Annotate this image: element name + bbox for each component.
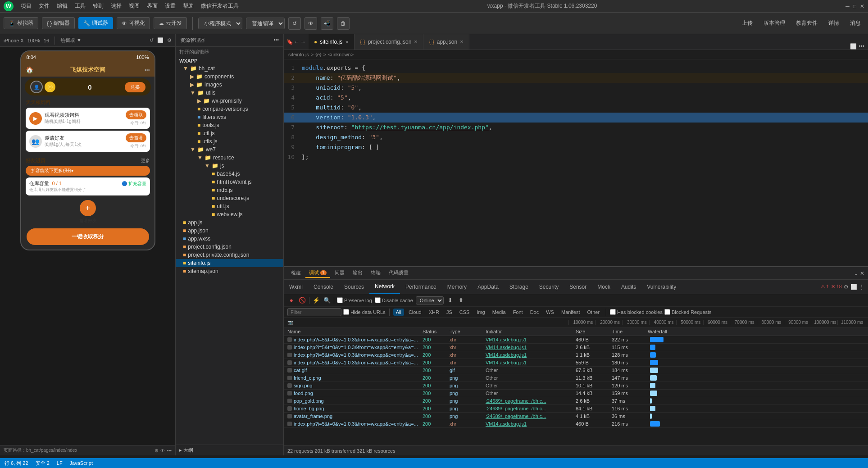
eye-icon[interactable]: 👁 bbox=[160, 448, 165, 453]
network-row-friend[interactable]: friend_c.png 200png Other 11.3 kB147 ms bbox=[284, 374, 868, 382]
forward-icon[interactable]: → bbox=[300, 39, 306, 45]
devtools-tab-storage[interactable]: Storage bbox=[504, 280, 534, 294]
screenshot-btn[interactable]: 热截取 ▼ bbox=[60, 37, 82, 44]
network-row[interactable]: index.php?i=5&t=0&v=1.0.3&from=wxapp&c=e… bbox=[284, 344, 868, 351]
filter-css-btn[interactable]: CSS bbox=[457, 309, 473, 316]
devtools-tab-sources[interactable]: Sources bbox=[339, 280, 369, 294]
back-icon[interactable]: ← bbox=[294, 39, 300, 45]
menu-item-tool[interactable]: 工具 bbox=[75, 2, 86, 10]
preview-btn[interactable]: 👁 bbox=[304, 17, 317, 30]
cloud-btn[interactable]: ☁ 云开发 bbox=[154, 17, 187, 29]
blocked-requests-input[interactable] bbox=[664, 309, 670, 315]
filter-img-btn[interactable]: Img bbox=[474, 309, 487, 316]
menu-item-edit[interactable]: 编辑 bbox=[57, 2, 68, 10]
tree-item-siteinfo[interactable]: ■ siteinfo.js bbox=[176, 259, 283, 267]
devtools-tab-performance[interactable]: Performance bbox=[400, 280, 442, 294]
tab-siteinfo[interactable]: ● siteinfo.js ✕ bbox=[309, 34, 354, 50]
tree-item-js-folder[interactable]: ▼ 📁 js bbox=[176, 162, 283, 170]
upload-btn[interactable]: 上传 bbox=[738, 18, 756, 29]
network-row[interactable]: index.php?i=5&t=0&v=1.0.3&from=wxapp&c=e… bbox=[284, 359, 868, 367]
split-editor-icon[interactable]: ⬜ bbox=[850, 43, 857, 50]
preserve-log-checkbox[interactable]: Preserve log bbox=[337, 297, 372, 303]
devtools-dock-icon[interactable]: ⬜ bbox=[850, 284, 857, 290]
filter-cloud-btn[interactable]: Cloud bbox=[406, 309, 424, 316]
devtools-tab-mock[interactable]: Mock bbox=[592, 280, 616, 294]
network-row-last[interactable]: index.php?i=5&t=0&v=1.0.3&from=wxapp&c=e… bbox=[284, 420, 868, 428]
filter-doc-btn[interactable]: Doc bbox=[527, 309, 542, 316]
filter-manifest-btn[interactable]: Manifest bbox=[559, 309, 583, 316]
mode-select[interactable]: 小程序模式 bbox=[198, 18, 242, 29]
blocked-requests-checkbox[interactable]: Blocked Requests bbox=[664, 309, 712, 315]
devtools-tab-appdata[interactable]: AppData bbox=[472, 280, 504, 294]
tree-item-wx-promisify[interactable]: ▶ 📁 wx-promisify bbox=[176, 97, 283, 105]
phone-expand-btn[interactable]: 扩容能装下更多积分▸ bbox=[26, 166, 150, 176]
devtools-mini-tab-issues[interactable]: 问题 bbox=[331, 268, 348, 278]
tree-item-underscore[interactable]: ■ underscore.js bbox=[176, 194, 283, 202]
tree-item-filters[interactable]: ■ filters.wxs bbox=[176, 113, 283, 121]
tree-item-htmltowxml[interactable]: ■ htmlToWxml.js bbox=[176, 178, 283, 186]
filter-other-btn[interactable]: Other bbox=[585, 309, 603, 316]
filter-media-btn[interactable]: Media bbox=[490, 309, 509, 316]
clear-cache-btn[interactable]: 🗑 bbox=[337, 17, 350, 30]
network-row-homebg[interactable]: home_bg.png 200png :24689/_pageframe_/bh… bbox=[284, 405, 868, 413]
settings-icon[interactable]: ⚙ bbox=[155, 448, 159, 453]
devtools-tab-wxml[interactable]: Wxml bbox=[284, 280, 308, 294]
disable-cache-checkbox[interactable]: Disable cache bbox=[375, 297, 413, 303]
devtools-mini-tab-build[interactable]: 检建 bbox=[287, 268, 304, 278]
message-btn[interactable]: 消息 bbox=[846, 18, 864, 29]
phone-video-btn[interactable]: 去领取 bbox=[126, 110, 146, 119]
devtools-tab-network[interactable]: Network bbox=[369, 280, 400, 294]
edu-btn[interactable]: 教育套件 bbox=[792, 18, 821, 29]
phone-collect-btn[interactable]: 一键收取积分 bbox=[27, 228, 149, 245]
hide-data-urls-input[interactable] bbox=[343, 309, 349, 315]
devtools-mini-tab-quality[interactable]: 代码质量 bbox=[385, 268, 412, 278]
editor-btn[interactable]: { } 编辑器 bbox=[42, 17, 75, 29]
dots-icon[interactable]: ••• bbox=[167, 448, 172, 453]
menu-item-view[interactable]: 视图 bbox=[129, 2, 140, 10]
tree-item-resource[interactable]: ▼ 📁 resource bbox=[176, 154, 283, 162]
tree-item-images[interactable]: ▶ 📁 images bbox=[176, 81, 283, 89]
network-row-cat[interactable]: cat.gif 200gif Other 67.6 kB184 ms bbox=[284, 367, 868, 374]
tab-close-btn[interactable]: ✕ bbox=[345, 40, 349, 45]
devtools-more-icon[interactable]: ⋮ bbox=[859, 284, 864, 290]
online-select[interactable]: Online bbox=[416, 296, 444, 304]
tree-item-bh-cat[interactable]: ▼ 📁 bh_cat bbox=[176, 64, 283, 73]
tree-item-md5[interactable]: ■ md5.js bbox=[176, 186, 283, 194]
network-row-avatar[interactable]: avatar_frame.png 200png :24689/_pagefram… bbox=[284, 413, 868, 420]
import-btn[interactable]: ⬇ bbox=[446, 296, 454, 304]
tree-item-webview[interactable]: ■ webview.js bbox=[176, 210, 283, 218]
tab-close-btn2[interactable]: ✕ bbox=[460, 39, 464, 44]
devtools-tab-security[interactable]: Security bbox=[534, 280, 564, 294]
detail-btn[interactable]: 详情 bbox=[825, 18, 843, 29]
menu-item-wechat[interactable]: 微信开发者工具 bbox=[201, 2, 239, 10]
window-close[interactable]: ✕ bbox=[860, 3, 864, 9]
tree-item-base64[interactable]: ■ base64.js bbox=[176, 170, 283, 178]
devtools-mini-tab-output[interactable]: 输出 bbox=[349, 268, 366, 278]
tree-item-appjs[interactable]: ■ app.js bbox=[176, 218, 283, 227]
phone-expand-link[interactable]: 🔵 扩充容量 bbox=[122, 181, 146, 187]
phone-invite-btn[interactable]: 去邀请 bbox=[126, 133, 146, 142]
hide-data-urls-checkbox[interactable]: Hide data URLs bbox=[343, 309, 386, 315]
devtools-tab-console[interactable]: Console bbox=[308, 280, 339, 294]
screenshot-toggle[interactable]: 📷 bbox=[287, 320, 293, 325]
device-toggle-btn[interactable]: ⬜ bbox=[157, 37, 164, 43]
export-btn[interactable]: ⬆ bbox=[457, 296, 465, 304]
tree-item-components[interactable]: ▶ 📁 components bbox=[176, 73, 283, 81]
menu-item-select[interactable]: 选择 bbox=[111, 2, 122, 10]
devtools-collapse-btn[interactable]: ⌄ bbox=[854, 270, 858, 277]
tree-item-util-js[interactable]: ■ util.js bbox=[176, 202, 283, 210]
phone-add-friend-icon[interactable]: + bbox=[80, 200, 96, 216]
network-row-food[interactable]: food.png 200png Other 14.4 kB159 ms bbox=[284, 390, 868, 397]
tab-close-btn[interactable]: ✕ bbox=[414, 39, 418, 44]
search-icon-btn[interactable]: 🔍 bbox=[323, 296, 331, 304]
phone-exchange-btn[interactable]: 兑换 bbox=[125, 82, 145, 92]
network-row[interactable]: index.php?i=5&t=0&v=1.0.3&from=wxapp&c=e… bbox=[284, 351, 868, 359]
tree-item-sitemap[interactable]: ■ sitemap.json bbox=[176, 267, 283, 275]
has-blocked-cookies-checkbox[interactable]: Has blocked cookies bbox=[610, 309, 663, 315]
tree-item-we7[interactable]: ▼ 📁 we7 bbox=[176, 145, 283, 154]
devtools-tab-vulnerability[interactable]: Vulnerability bbox=[641, 280, 682, 294]
devtools-tab-memory[interactable]: Memory bbox=[442, 280, 472, 294]
disable-cache-input[interactable] bbox=[375, 297, 381, 303]
window-minimize[interactable]: ─ bbox=[845, 3, 850, 9]
filter-input[interactable] bbox=[287, 308, 341, 316]
